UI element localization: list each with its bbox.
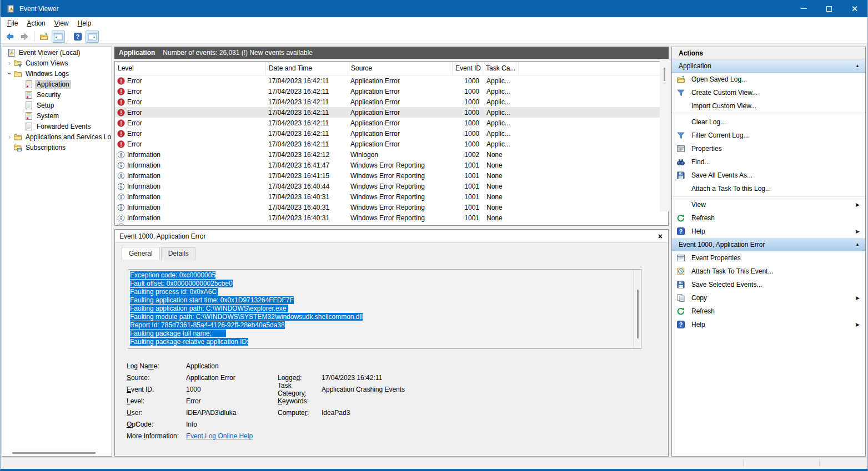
save-icon xyxy=(676,171,685,180)
field-value: Application Error xyxy=(186,374,278,382)
column-header-event-id[interactable]: Event ID xyxy=(453,62,483,75)
action-find-[interactable]: Find... xyxy=(672,155,865,169)
action-attach-a-task-to-this-log-[interactable]: Attach a Task To this Log... xyxy=(672,182,865,195)
datetime-cell: 17/04/2023 16:42:11 xyxy=(266,109,348,117)
action-label: Attach a Task To this Log... xyxy=(691,185,771,193)
event-id-cell: 1000 xyxy=(453,130,483,138)
info-icon xyxy=(117,183,125,190)
event-list-scrollbar[interactable] xyxy=(660,61,669,211)
actions-section-application[interactable]: Application▲ xyxy=(672,59,865,73)
maximize-button[interactable] xyxy=(816,0,842,17)
back-button[interactable] xyxy=(3,31,17,43)
menu-view[interactable]: View xyxy=(50,18,73,28)
column-header-date-and-time[interactable]: Date and Time xyxy=(266,62,348,75)
event-description-box[interactable]: Exception code: 0xc0000005Fault offset: … xyxy=(128,269,641,349)
tree-item-windows-logs[interactable]: ›Windows Logs xyxy=(2,68,112,79)
log-plain-icon xyxy=(24,122,33,131)
field-label: Task Category: xyxy=(278,382,322,397)
tree-item-security[interactable]: Security xyxy=(2,89,112,100)
action-import-custom-view-[interactable]: Import Custom View... xyxy=(672,99,865,113)
tree-item-setup[interactable]: Setup xyxy=(2,100,112,110)
event-row[interactable]: Information17/04/2023 16:41:15Windows Er… xyxy=(115,170,668,181)
toggle-action-pane-button[interactable] xyxy=(86,31,99,43)
tab-general[interactable]: General xyxy=(122,247,160,260)
event-row[interactable]: Information17/04/2023 16:40:31Windows Er… xyxy=(115,202,668,212)
event-row[interactable]: Information17/04/2023 16:42:12Winlogon10… xyxy=(115,149,668,160)
event-row[interactable]: Error17/04/2023 16:42:11Application Erro… xyxy=(115,128,668,139)
actions-section-title: Application xyxy=(679,62,711,70)
event-row[interactable]: Error17/04/2023 16:42:11Application Erro… xyxy=(115,97,668,107)
close-button[interactable]: ✕ xyxy=(842,0,867,17)
tree-horizontal-scrollbar[interactable] xyxy=(2,452,112,454)
action-refresh[interactable]: Refresh xyxy=(672,211,865,225)
description-scrollbar[interactable] xyxy=(633,270,641,348)
field-value: IdeaPad3 xyxy=(322,409,663,417)
actions-section-event-1000-application-error[interactable]: Event 1000, Application Error▲ xyxy=(672,238,865,251)
event-row[interactable]: Error17/04/2023 16:42:11Application Erro… xyxy=(115,75,668,86)
level-text: Information xyxy=(127,151,160,159)
section-collapse-icon[interactable]: ▲ xyxy=(855,242,860,247)
menu-action[interactable]: Action xyxy=(22,18,49,28)
field-label: Event ID: xyxy=(127,386,186,393)
tab-details[interactable]: Details xyxy=(161,247,196,260)
task-category-cell: Applic... xyxy=(483,140,519,148)
event-row[interactable]: Information17/04/2023 16:41:47Windows Er… xyxy=(115,160,668,170)
event-row[interactable]: Error17/04/2023 16:42:11Application Erro… xyxy=(115,118,668,128)
properties-icon xyxy=(676,254,685,262)
minimize-button[interactable] xyxy=(791,0,816,17)
column-header-source[interactable]: Source xyxy=(348,62,453,75)
action-filter-current-log-[interactable]: Filter Current Log... xyxy=(672,129,865,142)
toggle-console-tree-button[interactable] xyxy=(52,31,65,43)
event-row[interactable]: Information17/04/2023 16:40:44Windows Er… xyxy=(115,181,668,191)
tree-item-event-viewer-local-[interactable]: Event Viewer (Local) xyxy=(2,47,112,58)
column-headers: LevelDate and TimeSourceEvent IDTask Ca.… xyxy=(115,62,668,75)
action-event-properties[interactable]: Event Properties xyxy=(672,251,865,265)
action-clear-log-[interactable]: Clear Log... xyxy=(672,115,865,129)
tree-item-applications-and-services-lo[interactable]: ›Applications and Services Lo xyxy=(2,131,112,142)
level-cell: Error xyxy=(115,119,266,127)
menu-file[interactable]: File xyxy=(3,18,22,28)
action-help[interactable]: ?Help▶ xyxy=(672,318,865,331)
action-copy[interactable]: Copy▶ xyxy=(672,291,865,305)
action-save-selected-events-[interactable]: Save Selected Events... xyxy=(672,278,865,291)
action-help[interactable]: ?Help▶ xyxy=(672,225,865,238)
section-collapse-icon[interactable]: ▲ xyxy=(855,63,860,68)
field-value: IDEAPAD3\dluka xyxy=(186,409,278,417)
tree-item-custom-views[interactable]: ›Custom Views xyxy=(2,58,112,68)
level-text: Information xyxy=(127,183,160,190)
event-row[interactable] xyxy=(115,223,668,226)
task-category-cell: None xyxy=(483,193,519,201)
action-open-saved-log-[interactable]: Open Saved Log... xyxy=(672,73,865,86)
action-label: Event Properties xyxy=(691,254,741,262)
menu-help[interactable]: Help xyxy=(73,18,96,28)
forward-button[interactable] xyxy=(18,31,31,43)
field-label: Logged: xyxy=(278,374,322,382)
preview-close-icon[interactable]: × xyxy=(658,232,663,240)
event-row[interactable]: Error17/04/2023 16:42:11Application Erro… xyxy=(115,107,668,118)
event-row[interactable]: Error17/04/2023 16:42:11Application Erro… xyxy=(115,86,668,97)
tree-item-forwarded-events[interactable]: Forwarded Events xyxy=(2,121,112,131)
collapse-chevron-icon[interactable]: › xyxy=(6,70,14,78)
save-icon xyxy=(676,280,685,289)
action-save-all-events-as-[interactable]: Save All Events As... xyxy=(672,169,865,182)
tree-item-system[interactable]: System xyxy=(2,110,112,121)
event-row[interactable]: Error17/04/2023 16:42:11Application Erro… xyxy=(115,139,668,149)
column-header-task-ca-[interactable]: Task Ca... xyxy=(483,62,519,75)
description-line: Faulting process id: 0x0xA6C xyxy=(130,288,631,296)
tree-item-application[interactable]: Application xyxy=(2,79,112,89)
action-refresh[interactable]: Refresh xyxy=(672,305,865,318)
action-view[interactable]: View▶ xyxy=(672,198,865,211)
help-button[interactable]: ? xyxy=(71,31,84,43)
tree-item-subscriptions[interactable]: Subscriptions xyxy=(2,142,112,153)
action-properties[interactable]: Properties xyxy=(672,142,865,155)
expand-chevron-icon[interactable]: › xyxy=(6,59,13,67)
event-row[interactable]: Information17/04/2023 16:40:31Windows Er… xyxy=(115,191,668,202)
column-header-level[interactable]: Level xyxy=(115,62,266,75)
action-attach-task-to-this-event-[interactable]: Attach Task To This Event... xyxy=(672,265,865,278)
open-saved-log-button[interactable] xyxy=(37,31,51,43)
event-log-online-help-link[interactable]: Event Log Online Help xyxy=(186,432,278,440)
task-category-cell: Applic... xyxy=(483,109,519,117)
action-create-custom-view-[interactable]: Create Custom View... xyxy=(672,86,865,99)
event-row[interactable]: Information17/04/2023 16:40:31Windows Er… xyxy=(115,212,668,223)
expand-chevron-icon[interactable]: › xyxy=(6,133,13,141)
